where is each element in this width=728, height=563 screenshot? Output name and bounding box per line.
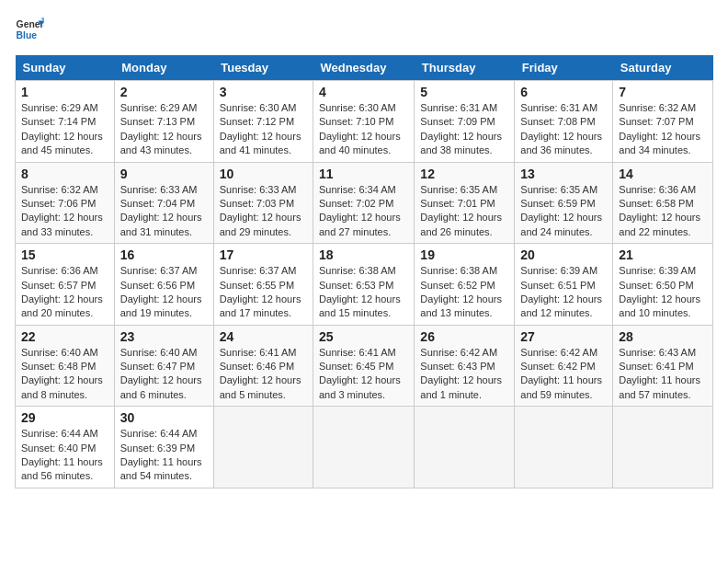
calendar-cell: 18 Sunrise: 6:38 AM Sunset: 6:53 PM Dayl…	[313, 244, 414, 326]
day-info: Sunrise: 6:39 AM Sunset: 6:51 PM Dayligh…	[520, 264, 607, 321]
day-number: 1	[21, 85, 108, 99]
calendar-week-5: 29 Sunrise: 6:44 AM Sunset: 6:40 PM Dayl…	[16, 407, 713, 488]
calendar-cell	[613, 407, 713, 488]
day-number: 17	[220, 247, 307, 262]
calendar-cell: 25 Sunrise: 6:41 AM Sunset: 6:45 PM Dayl…	[313, 325, 414, 407]
calendar-cell: 5 Sunrise: 6:31 AM Sunset: 7:09 PM Dayli…	[415, 81, 515, 163]
day-number: 2	[120, 85, 208, 99]
weekday-header-monday: Monday	[114, 55, 213, 81]
day-info: Sunrise: 6:36 AM Sunset: 6:58 PM Dayligh…	[619, 183, 707, 240]
calendar-cell: 16 Sunrise: 6:37 AM Sunset: 6:56 PM Dayl…	[114, 244, 213, 326]
day-info: Sunrise: 6:30 AM Sunset: 7:10 PM Dayligh…	[319, 101, 408, 158]
day-info: Sunrise: 6:30 AM Sunset: 7:12 PM Dayligh…	[220, 101, 307, 158]
day-info: Sunrise: 6:39 AM Sunset: 6:50 PM Dayligh…	[619, 264, 707, 321]
weekday-header-saturday: Saturday	[613, 55, 713, 81]
day-info: Sunrise: 6:32 AM Sunset: 7:06 PM Dayligh…	[21, 183, 108, 240]
calendar-cell: 22 Sunrise: 6:40 AM Sunset: 6:48 PM Dayl…	[16, 325, 115, 407]
day-number: 10	[220, 167, 307, 181]
weekday-header-sunday: Sunday	[16, 55, 115, 81]
day-info: Sunrise: 6:36 AM Sunset: 6:57 PM Dayligh…	[21, 264, 108, 321]
day-number: 24	[220, 329, 307, 344]
day-number: 9	[120, 167, 208, 181]
calendar-week-1: 1 Sunrise: 6:29 AM Sunset: 7:14 PM Dayli…	[16, 81, 713, 163]
calendar-cell: 4 Sunrise: 6:30 AM Sunset: 7:10 PM Dayli…	[313, 81, 414, 163]
calendar-cell: 9 Sunrise: 6:33 AM Sunset: 7:04 PM Dayli…	[114, 162, 213, 244]
calendar-cell: 21 Sunrise: 6:39 AM Sunset: 6:50 PM Dayl…	[613, 244, 713, 326]
calendar-cell: 17 Sunrise: 6:37 AM Sunset: 6:55 PM Dayl…	[213, 244, 313, 326]
day-number: 20	[520, 247, 607, 262]
day-info: Sunrise: 6:37 AM Sunset: 6:56 PM Dayligh…	[120, 264, 208, 321]
calendar-table: SundayMondayTuesdayWednesdayThursdayFrid…	[15, 55, 713, 488]
calendar-cell: 27 Sunrise: 6:42 AM Sunset: 6:42 PM Dayl…	[515, 325, 613, 407]
calendar-cell: 1 Sunrise: 6:29 AM Sunset: 7:14 PM Dayli…	[16, 81, 115, 163]
day-info: Sunrise: 6:35 AM Sunset: 6:59 PM Dayligh…	[520, 183, 607, 240]
calendar-cell: 2 Sunrise: 6:29 AM Sunset: 7:13 PM Dayli…	[114, 81, 213, 163]
calendar-cell: 28 Sunrise: 6:43 AM Sunset: 6:41 PM Dayl…	[613, 325, 713, 407]
calendar-cell: 12 Sunrise: 6:35 AM Sunset: 7:01 PM Dayl…	[415, 162, 515, 244]
calendar-cell: 7 Sunrise: 6:32 AM Sunset: 7:07 PM Dayli…	[613, 81, 713, 163]
day-info: Sunrise: 6:42 AM Sunset: 6:42 PM Dayligh…	[520, 346, 607, 403]
logo-icon: General Blue	[15, 15, 44, 44]
logo: General Blue	[15, 15, 48, 44]
day-info: Sunrise: 6:29 AM Sunset: 7:13 PM Dayligh…	[120, 101, 208, 158]
calendar-cell: 30 Sunrise: 6:44 AM Sunset: 6:39 PM Dayl…	[114, 407, 213, 488]
calendar-cell: 13 Sunrise: 6:35 AM Sunset: 6:59 PM Dayl…	[515, 162, 613, 244]
weekday-header-thursday: Thursday	[415, 55, 515, 81]
day-number: 22	[21, 329, 108, 344]
calendar-cell: 29 Sunrise: 6:44 AM Sunset: 6:40 PM Dayl…	[16, 407, 115, 488]
calendar-cell: 6 Sunrise: 6:31 AM Sunset: 7:08 PM Dayli…	[515, 81, 613, 163]
calendar-cell	[515, 407, 613, 488]
day-info: Sunrise: 6:41 AM Sunset: 6:46 PM Dayligh…	[220, 346, 307, 403]
day-info: Sunrise: 6:40 AM Sunset: 6:47 PM Dayligh…	[120, 346, 208, 403]
calendar-cell	[313, 407, 414, 488]
day-info: Sunrise: 6:37 AM Sunset: 6:55 PM Dayligh…	[220, 264, 307, 321]
calendar-cell: 8 Sunrise: 6:32 AM Sunset: 7:06 PM Dayli…	[16, 162, 115, 244]
day-info: Sunrise: 6:35 AM Sunset: 7:01 PM Dayligh…	[420, 183, 508, 240]
weekday-header-wednesday: Wednesday	[313, 55, 414, 81]
day-number: 18	[319, 247, 408, 262]
day-number: 27	[520, 329, 607, 344]
day-number: 11	[319, 167, 408, 181]
day-number: 23	[120, 329, 208, 344]
day-number: 14	[619, 167, 707, 181]
day-info: Sunrise: 6:33 AM Sunset: 7:04 PM Dayligh…	[120, 183, 208, 240]
day-info: Sunrise: 6:33 AM Sunset: 7:03 PM Dayligh…	[220, 183, 307, 240]
day-number: 6	[520, 85, 607, 99]
calendar-cell: 14 Sunrise: 6:36 AM Sunset: 6:58 PM Dayl…	[613, 162, 713, 244]
day-info: Sunrise: 6:29 AM Sunset: 7:14 PM Dayligh…	[21, 101, 108, 158]
calendar-week-4: 22 Sunrise: 6:40 AM Sunset: 6:48 PM Dayl…	[16, 325, 713, 407]
calendar-cell	[213, 407, 313, 488]
calendar-week-3: 15 Sunrise: 6:36 AM Sunset: 6:57 PM Dayl…	[16, 244, 713, 326]
day-info: Sunrise: 6:31 AM Sunset: 7:09 PM Dayligh…	[420, 101, 508, 158]
calendar-cell: 20 Sunrise: 6:39 AM Sunset: 6:51 PM Dayl…	[515, 244, 613, 326]
calendar-week-2: 8 Sunrise: 6:32 AM Sunset: 7:06 PM Dayli…	[16, 162, 713, 244]
day-number: 21	[619, 247, 707, 262]
day-number: 8	[21, 167, 108, 181]
day-number: 29	[21, 410, 108, 425]
day-number: 26	[420, 329, 508, 344]
day-info: Sunrise: 6:44 AM Sunset: 6:40 PM Dayligh…	[21, 427, 108, 484]
day-info: Sunrise: 6:31 AM Sunset: 7:08 PM Dayligh…	[520, 101, 607, 158]
day-number: 19	[420, 247, 508, 262]
day-number: 16	[120, 247, 208, 262]
day-info: Sunrise: 6:38 AM Sunset: 6:53 PM Dayligh…	[319, 264, 408, 321]
calendar-cell	[415, 407, 515, 488]
calendar-cell: 23 Sunrise: 6:40 AM Sunset: 6:47 PM Dayl…	[114, 325, 213, 407]
weekday-header-tuesday: Tuesday	[213, 55, 313, 81]
day-number: 13	[520, 167, 607, 181]
day-info: Sunrise: 6:34 AM Sunset: 7:02 PM Dayligh…	[319, 183, 408, 240]
day-number: 15	[21, 247, 108, 262]
day-number: 12	[420, 167, 508, 181]
calendar-cell: 10 Sunrise: 6:33 AM Sunset: 7:03 PM Dayl…	[213, 162, 313, 244]
day-info: Sunrise: 6:43 AM Sunset: 6:41 PM Dayligh…	[619, 346, 707, 403]
day-info: Sunrise: 6:40 AM Sunset: 6:48 PM Dayligh…	[21, 346, 108, 403]
day-info: Sunrise: 6:42 AM Sunset: 6:43 PM Dayligh…	[420, 346, 508, 403]
day-info: Sunrise: 6:41 AM Sunset: 6:45 PM Dayligh…	[319, 346, 408, 403]
day-number: 7	[619, 85, 707, 99]
day-number: 4	[319, 85, 408, 99]
day-number: 5	[420, 85, 508, 99]
day-info: Sunrise: 6:44 AM Sunset: 6:39 PM Dayligh…	[120, 427, 208, 484]
svg-text:Blue: Blue	[17, 30, 38, 40]
calendar-cell: 11 Sunrise: 6:34 AM Sunset: 7:02 PM Dayl…	[313, 162, 414, 244]
calendar-cell: 19 Sunrise: 6:38 AM Sunset: 6:52 PM Dayl…	[415, 244, 515, 326]
